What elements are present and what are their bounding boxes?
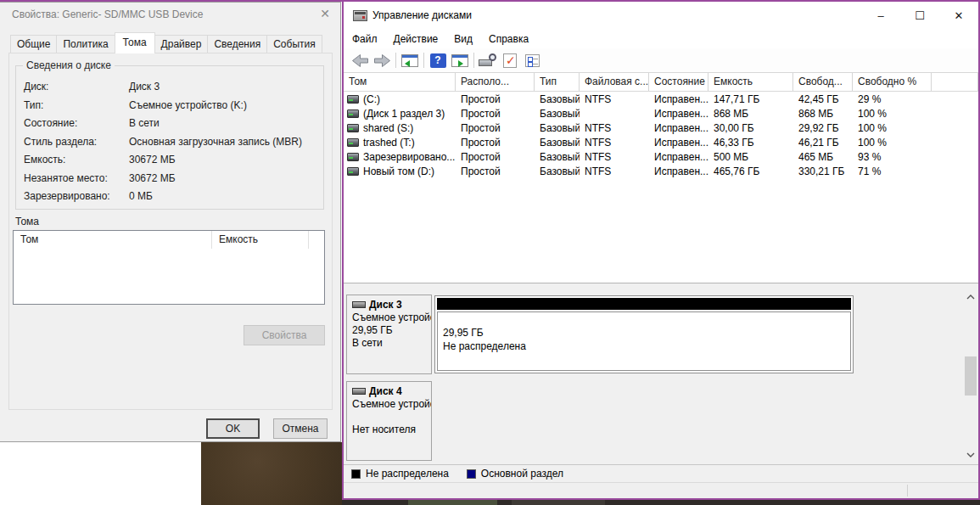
volume-icon xyxy=(347,124,359,132)
check-volume-button[interactable] xyxy=(499,50,521,70)
vertical-scrollbar[interactable] xyxy=(964,290,977,462)
disk-name: Диск 4 xyxy=(369,385,402,397)
volumes-col-volume[interactable]: Том xyxy=(14,231,212,249)
menu-view[interactable]: Вид xyxy=(454,33,473,45)
volume-name: (C:) xyxy=(363,93,380,105)
action-pane-icon xyxy=(451,54,468,67)
field-label-type: Тип: xyxy=(24,99,43,111)
volumes-listbox[interactable]: Том Емкость xyxy=(13,230,325,305)
volume-name: shared (S:) xyxy=(363,122,413,134)
volume-list: Том Располо... Тип Файловая с... Состоян… xyxy=(344,73,978,283)
disk-graphical-pane: Диск 3 Съемное устройство 29,95 ГБ В сет… xyxy=(344,283,978,464)
disk-status: Нет носителя xyxy=(352,424,431,436)
menu-file[interactable]: Файл xyxy=(352,33,378,45)
table-row[interactable]: (C:) Простой Базовый NTFS Исправен... 14… xyxy=(344,92,978,106)
scroll-up-icon[interactable] xyxy=(964,290,977,304)
volume-size: 29,95 ГБ xyxy=(443,326,850,339)
disk3-header[interactable]: Диск 3 Съемное устройство 29,95 ГБ В сет… xyxy=(346,295,432,374)
field-value-disk: Диск 3 xyxy=(129,81,160,93)
legend-bar: Не распределена Основной раздел xyxy=(344,464,978,482)
tab-driver[interactable]: Драйвер xyxy=(154,35,209,53)
help-button[interactable]: ? xyxy=(427,50,449,70)
table-row[interactable]: shared (S:) Простой Базовый NTFS Исправе… xyxy=(344,121,978,135)
ok-button[interactable]: OK xyxy=(206,418,260,439)
checklist-icon xyxy=(525,54,540,67)
col-free-pct[interactable]: Свободно % xyxy=(853,73,932,91)
table-row[interactable]: Новый том (D:) Простой Базовый NTFS Испр… xyxy=(344,164,978,178)
volume-properties-button: Свойства xyxy=(244,325,325,345)
toolbar-separator xyxy=(395,53,396,68)
volume-name: trashed (T:) xyxy=(363,137,415,149)
menu-action[interactable]: Действие xyxy=(394,33,439,45)
field-label-capacity: Емкость: xyxy=(24,154,65,166)
window-titlebar[interactable]: Управление дисками – ☐ ✕ xyxy=(344,2,978,30)
field-value-partstyle: Основная загрузочная запись (MBR) xyxy=(129,136,302,148)
scrollbar-track[interactable] xyxy=(964,304,977,448)
menu-help[interactable]: Справка xyxy=(489,33,529,45)
rescan-disks-button[interactable] xyxy=(477,50,499,70)
tab-details[interactable]: Сведения xyxy=(207,35,267,53)
col-free[interactable]: Свобод... xyxy=(793,73,853,91)
maximize-button[interactable]: ☐ xyxy=(900,2,939,30)
window-title: Управление дисками xyxy=(372,9,472,21)
col-filesystem[interactable]: Файловая с... xyxy=(580,73,649,91)
col-layout[interactable]: Располо... xyxy=(456,73,535,91)
disk-kind: Съемное устройство xyxy=(352,398,431,411)
col-capacity[interactable]: Емкость xyxy=(708,73,793,91)
col-volume[interactable]: Том xyxy=(344,73,456,91)
close-icon[interactable]: ✕ xyxy=(320,7,330,20)
legend-unallocated: Не распределена xyxy=(351,468,449,480)
col-status[interactable]: Состояние xyxy=(649,73,708,91)
field-label-status: Состояние: xyxy=(24,117,77,129)
properties-dialog: Свойства: Generic- SD/MMC USB Device ✕ О… xyxy=(0,2,341,442)
field-label-disk: Диск: xyxy=(24,81,48,93)
disk-magnifier-icon xyxy=(479,53,497,67)
field-label-partstyle: Стиль раздела: xyxy=(24,136,97,148)
tab-general[interactable]: Общие xyxy=(10,35,57,53)
back-button[interactable] xyxy=(349,50,371,70)
console-tree-icon xyxy=(401,54,418,67)
minimize-button[interactable]: – xyxy=(861,2,900,30)
disk-management-icon xyxy=(353,10,367,21)
console-tree-button[interactable] xyxy=(399,50,421,70)
action-pane-button[interactable] xyxy=(449,50,471,70)
tabstrip: Общие Политика Тома Драйвер Сведения Соб… xyxy=(10,33,322,53)
table-row[interactable]: (Диск 1 раздел 3) Простой Базовый Исправ… xyxy=(344,106,978,121)
volume-icon xyxy=(347,95,359,104)
col-type[interactable]: Тип xyxy=(535,73,580,91)
disk4-header[interactable]: Диск 4 Съемное устройство Нет носителя xyxy=(346,381,432,461)
scrollbar-thumb[interactable] xyxy=(965,356,977,396)
groupbox-title: Сведения о диске xyxy=(23,59,115,71)
desktop: Свойства: Generic- SD/MMC USB Device ✕ О… xyxy=(0,0,980,505)
disk-icon xyxy=(352,388,366,395)
volume-body: 29,95 ГБ Не распределена xyxy=(437,311,851,371)
dialog-title: Свойства: Generic- SD/MMC USB Device xyxy=(12,8,203,20)
tab-volumes[interactable]: Тома xyxy=(115,32,155,53)
tab-events[interactable]: События xyxy=(266,35,322,53)
table-row[interactable]: trashed (T:) Простой Базовый NTFS Исправ… xyxy=(344,135,978,149)
field-label-unalloc: Незанятое место: xyxy=(24,172,108,184)
dialog-titlebar[interactable]: Свойства: Generic- SD/MMC USB Device ✕ xyxy=(0,3,340,26)
check-document-icon xyxy=(503,53,517,68)
field-label-reserved: Зарезервировано: xyxy=(24,190,110,202)
volume-icon xyxy=(347,138,359,147)
disk-size: 29,95 ГБ xyxy=(352,324,431,337)
volume-icon xyxy=(347,109,359,118)
table-header: Том Располо... Тип Файловая с... Состоян… xyxy=(344,73,978,92)
volume-name: Зарезервировано... xyxy=(363,151,455,163)
disk-kind: Съемное устройство xyxy=(352,311,431,324)
tab-policy[interactable]: Политика xyxy=(56,35,115,53)
disk3-unallocated-volume[interactable]: 29,95 ГБ Не распределена xyxy=(434,295,854,373)
primary-partition-swatch xyxy=(467,469,476,479)
properties-list-button[interactable] xyxy=(521,50,543,70)
scroll-down-icon[interactable] xyxy=(964,448,977,462)
volume-icon xyxy=(347,153,359,161)
menubar: Файл Действие Вид Справка xyxy=(344,30,978,48)
forward-button[interactable] xyxy=(371,50,393,70)
table-row[interactable]: Зарезервировано... Простой Базовый NTFS … xyxy=(344,149,978,164)
unallocated-band xyxy=(437,298,851,310)
volumes-col-capacity[interactable]: Емкость xyxy=(212,231,309,249)
volume-icon xyxy=(347,167,359,176)
cancel-button[interactable]: Отмена xyxy=(273,418,328,439)
close-button[interactable]: ✕ xyxy=(939,2,978,30)
